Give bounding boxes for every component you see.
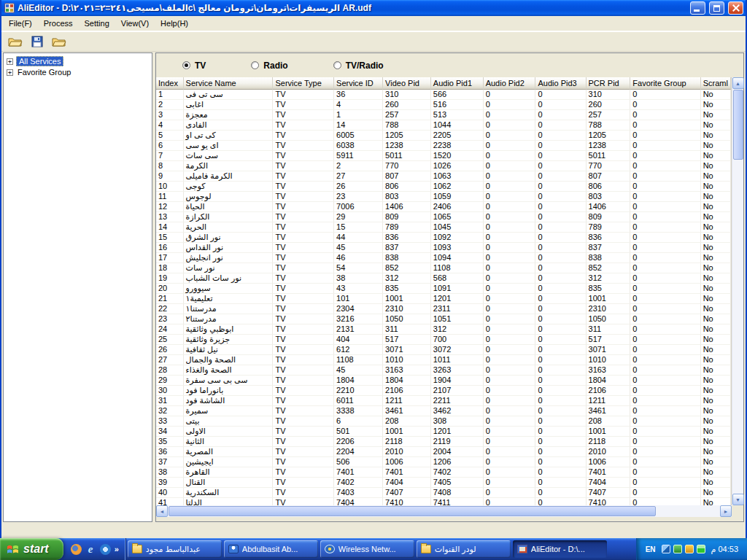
antivirus-icon[interactable] <box>673 545 682 553</box>
horizontal-scrollbar[interactable]: ◄ ► <box>156 505 732 517</box>
column-header-service-type[interactable]: Service Type <box>273 77 334 90</box>
column-header-video-pid[interactable]: Video Pid <box>383 77 431 90</box>
column-header-service-name[interactable]: Service Name <box>184 77 274 90</box>
service-row[interactable]: 7سى ساتTV5911501115200050110No <box>156 151 731 161</box>
service-row[interactable]: 6اى يو سىTV6038123822380012380No <box>156 141 731 151</box>
tree-item-all-services[interactable]: +All Services <box>5 55 150 67</box>
service-row[interactable]: 27الصحة والجمالTV1108101010110010100No <box>156 355 731 365</box>
menu-item-setting[interactable]: Setting <box>79 17 115 30</box>
expand-plus-icon[interactable]: + <box>7 58 13 65</box>
scroll-down-button[interactable]: ▼ <box>732 494 744 505</box>
service-row[interactable]: 38القاهرةTV7401740174020074010No <box>156 467 731 478</box>
tree-item-favorite-group[interactable]: +Favorite Group <box>5 67 150 77</box>
service-row[interactable]: 19نور سات الشبابTV38312568003120No <box>156 273 731 284</box>
service-row[interactable]: 39القنالTV7402740474050074040No <box>156 478 731 488</box>
service-row[interactable]: 41الدلتاTV7404741074110074100No <box>156 498 731 505</box>
maximize-button[interactable] <box>709 1 724 15</box>
service-row[interactable]: 24ابوظبي وثائقيةTV2131311312003110No <box>156 324 731 335</box>
service-row[interactable]: 10كوجىTV268061062008060No <box>156 182 731 192</box>
service-row[interactable]: 1سى تى فىTV36310566003100No <box>156 90 731 100</box>
service-row[interactable]: 5كى تى اوTV6005120522050012050No <box>156 131 731 141</box>
start-button[interactable]: start <box>0 538 63 560</box>
close-button[interactable] <box>728 1 743 15</box>
expand-plus-icon[interactable]: + <box>7 69 13 76</box>
service-row[interactable]: 16نور القداسTV458371093008370No <box>156 243 731 253</box>
service-row[interactable]: 32سميرةTV3338346134620034610No <box>156 406 731 416</box>
service-row[interactable]: 21تعليمية١TV101100112010010010No <box>156 294 731 304</box>
service-row[interactable]: 37ايجيشينTV506100612060010060No <box>156 457 731 467</box>
filter-option-tv-radio[interactable]: TV/Radio <box>333 61 384 71</box>
vertical-scroll-thumb[interactable] <box>733 90 743 160</box>
service-row[interactable]: 4الفادىTV147881044007880No <box>156 120 731 131</box>
radio-icon[interactable] <box>251 61 259 69</box>
service-row[interactable]: 23مدرستنا٢TV3216105010510010500No <box>156 314 731 324</box>
service-row[interactable]: 8الكرمةTV27701026007700No <box>156 161 731 171</box>
service-row[interactable]: 15نور الشرقTV448361092008360No <box>156 233 731 243</box>
menu-item-view[interactable]: View(V) <box>115 17 155 30</box>
service-row[interactable]: 35الثانيةTV2206211821190021180No <box>156 437 731 447</box>
column-header-service-id[interactable]: Service ID <box>334 77 383 90</box>
signal-icon[interactable] <box>697 545 705 553</box>
scroll-right-button[interactable]: ► <box>720 505 732 517</box>
service-row[interactable]: 36المصريةTV2204201020040020100No <box>156 447 731 457</box>
minimize-button[interactable] <box>690 1 705 15</box>
service-row[interactable]: 22مدرستنا١TV2304231023110023100No <box>156 304 731 314</box>
service-row[interactable]: 18نور ساتTV548521108008520No <box>156 263 731 273</box>
media-player-icon[interactable] <box>100 544 111 555</box>
tree-item-label[interactable]: All Services <box>16 56 63 66</box>
service-row[interactable]: 29سى بى سى سفرةTV1804180419040018040No <box>156 376 731 386</box>
titlebar[interactable]: AliEditor - D:\الملف\مسيحى٢٤١=٢=٢٠٢١c\ ا… <box>1 0 746 16</box>
service-row[interactable]: 33بيتىTV6208308002080No <box>156 416 731 427</box>
language-indicator[interactable]: EN <box>643 544 658 555</box>
service-row[interactable]: 13الكرازةTV298091065008090No <box>156 212 731 222</box>
service-row[interactable]: 3معجزةTV1257513002570No <box>156 110 731 120</box>
column-header-audio-pid2[interactable]: Audio Pid2 <box>484 77 536 90</box>
overflow-chevron-icon[interactable]: » <box>115 544 119 555</box>
service-row[interactable]: 2اغابىTV4260516002600No <box>156 100 731 110</box>
service-row[interactable]: 25جزيرة وثائقيةTV404517700005170No <box>156 335 731 345</box>
tree-item-label[interactable]: Favorite Group <box>16 68 72 77</box>
service-row[interactable]: 20سيووروTV438351091008350No <box>156 284 731 294</box>
service-row[interactable]: 11لوجوسTV238031059008030No <box>156 192 731 202</box>
service-row[interactable]: 34الاولىTV501100112010010010No <box>156 427 731 437</box>
open-file-button[interactable] <box>5 33 25 50</box>
radio-icon[interactable] <box>182 61 190 69</box>
column-header-scrambled[interactable]: Scraml <box>701 77 731 90</box>
service-row[interactable]: 31الشاشة فودTV6011121122110012110No <box>156 396 731 406</box>
service-row[interactable]: 9الكرمة فاميلىTV278071063008070No <box>156 171 731 182</box>
save-file-button[interactable] <box>27 33 47 50</box>
filter-option-tv[interactable]: TV <box>182 61 206 71</box>
column-header-pcr-pid[interactable]: PCR Pid <box>587 77 631 90</box>
column-header-favorite-group[interactable]: Favorite Group <box>630 77 700 90</box>
service-row[interactable]: 40السكندريةTV7403740774080074070No <box>156 488 731 498</box>
network-icon[interactable] <box>662 545 670 553</box>
clock[interactable]: 04:53 م <box>711 545 738 554</box>
service-row[interactable]: 26نيل ثقافيةTV612307130720030710No <box>156 345 731 355</box>
taskbar-button-wireless-network[interactable]: Wireless Netw... <box>320 540 414 558</box>
menu-item-file[interactable]: File(F) <box>3 17 38 30</box>
taskbar-button-folder-abdulbasit[interactable]: عبدالباسط مجود <box>128 540 222 558</box>
ie-icon[interactable]: e <box>85 544 96 555</box>
export-file-button[interactable] <box>49 33 69 50</box>
menu-item-process[interactable]: Process <box>38 17 79 30</box>
column-header-audio-pid3[interactable]: Audio Pid3 <box>535 77 586 90</box>
filter-option-radio[interactable]: Radio <box>251 61 287 71</box>
connectivity-icon[interactable] <box>685 545 694 553</box>
taskbar-button-abdulbasit-app[interactable]: Abdulbasit Ab... <box>224 540 318 558</box>
menu-item-help[interactable]: Help(H) <box>155 17 194 30</box>
service-row[interactable]: 12الحياةTV7006140624060014060No <box>156 202 731 212</box>
column-header-index[interactable]: Index <box>156 77 184 90</box>
scroll-left-button[interactable]: ◄ <box>156 505 168 517</box>
firefox-icon[interactable] <box>71 544 82 555</box>
scroll-up-button[interactable]: ▲ <box>732 77 744 89</box>
radio-icon[interactable] <box>333 61 341 69</box>
service-row[interactable]: 30بانوراما فودTV2210210621070021060No <box>156 386 731 396</box>
service-row[interactable]: 28الصحة والغذاءTV45316332630031630No <box>156 365 731 376</box>
service-row[interactable]: 14الحريةTV157891045007890No <box>156 222 731 233</box>
vertical-scrollbar[interactable]: ▲ ▼ <box>732 77 743 505</box>
horizontal-scroll-thumb[interactable] <box>169 506 656 516</box>
taskbar-button-alieditor[interactable]: AliEditor - D:\... <box>513 540 607 558</box>
column-header-audio-pid1[interactable]: Audio Pid1 <box>431 77 484 90</box>
service-row[interactable]: 17نور انجليشTV468381094008380No <box>156 253 731 263</box>
taskbar-button-folder-channel-loader[interactable]: لودر القنوات <box>417 540 511 558</box>
